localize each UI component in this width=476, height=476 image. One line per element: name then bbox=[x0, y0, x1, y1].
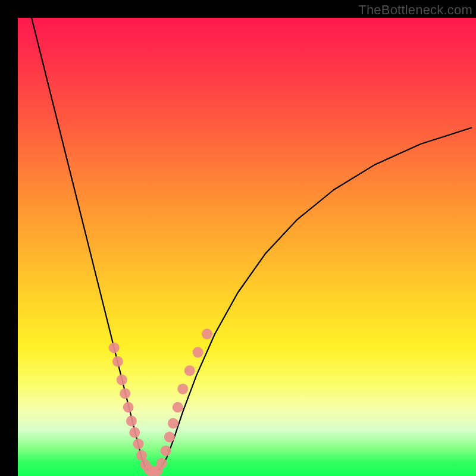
plot-area bbox=[18, 18, 476, 476]
curves-layer bbox=[32, 18, 471, 471]
scatter-point bbox=[177, 384, 188, 394]
scatter-point bbox=[161, 446, 171, 456]
scatter-point bbox=[202, 328, 212, 339]
scatter-point bbox=[136, 450, 147, 461]
scatter-point bbox=[117, 374, 127, 385]
scatter-point bbox=[112, 356, 123, 367]
chart-frame: TheBottleneck.com bbox=[0, 0, 476, 476]
scatter-point bbox=[173, 402, 183, 413]
scatter-point bbox=[123, 402, 134, 413]
chart-svg bbox=[18, 18, 476, 476]
scatter-point bbox=[164, 432, 175, 443]
scatter-point bbox=[120, 388, 130, 399]
watermark-label: TheBottleneck.com bbox=[358, 2, 472, 18]
scatter-point bbox=[126, 416, 137, 427]
scatter-point bbox=[184, 365, 195, 376]
scatter-point bbox=[193, 347, 203, 358]
series-right-curve bbox=[160, 128, 472, 469]
scatter-point bbox=[156, 458, 167, 468]
scatter-point bbox=[129, 427, 140, 438]
scatter-point bbox=[168, 418, 178, 428]
scatter-layer bbox=[109, 328, 212, 476]
scatter-point bbox=[133, 439, 144, 449]
series-left-curve bbox=[32, 18, 146, 469]
scatter-point bbox=[109, 342, 120, 353]
